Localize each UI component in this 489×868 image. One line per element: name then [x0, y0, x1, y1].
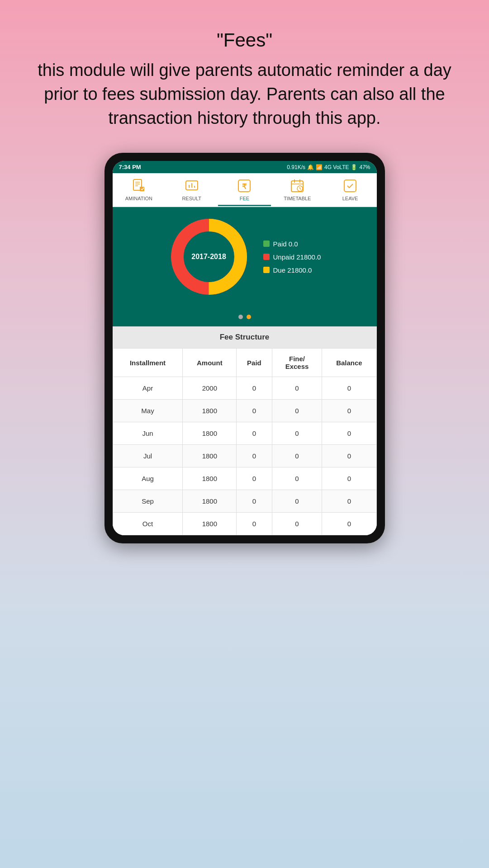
cell-fine-excess: 0 [272, 377, 322, 400]
donut-year-label: 2017-2018 [191, 253, 226, 261]
col-fine-excess: Fine/Excess [272, 349, 322, 377]
battery-icon: 🔋 [351, 164, 357, 170]
cell-amount: 1800 [183, 513, 237, 535]
cell-installment: May [113, 400, 183, 422]
chart-section: 2017-2018 Paid 0.0 Unpaid 21800.0 Due 21… [113, 207, 377, 311]
cell-balance: 0 [322, 445, 376, 467]
tab-fee[interactable]: ₹ FEE [218, 173, 271, 206]
network-type: 4G VoLTE [324, 164, 349, 170]
cell-balance: 0 [322, 377, 376, 400]
tab-result-label: RESULT [182, 196, 201, 201]
due-label: Due 21800.0 [273, 266, 312, 274]
col-amount: Amount [183, 349, 237, 377]
chart-legend: Paid 0.0 Unpaid 21800.0 Due 21800.0 [263, 240, 321, 274]
col-installment: Installment [113, 349, 183, 377]
legend-paid: Paid 0.0 [263, 240, 321, 248]
status-right: 0.91K/s 🔔 📶 4G VoLTE 🔋 47% [287, 164, 370, 170]
cell-fine-excess: 0 [272, 490, 322, 513]
cell-paid: 0 [237, 422, 272, 445]
tab-leave-label: LEAVE [342, 196, 358, 201]
col-paid: Paid [237, 349, 272, 377]
cell-balance: 0 [322, 400, 376, 422]
svg-rect-4 [140, 187, 144, 191]
tab-timetable[interactable]: TIMETABLE [271, 173, 324, 206]
tab-timetable-label: TIMETABLE [284, 196, 311, 201]
table-row: Aug 1800 0 0 0 [113, 467, 376, 490]
leave-icon [342, 178, 358, 194]
cell-fine-excess: 0 [272, 400, 322, 422]
cell-installment: Jun [113, 422, 183, 445]
cell-installment: Oct [113, 513, 183, 535]
examination-icon [131, 178, 147, 194]
cell-installment: Sep [113, 490, 183, 513]
cell-fine-excess: 0 [272, 445, 322, 467]
fees-description: this module will give parents automatic … [36, 58, 453, 131]
phone-screen: 7:34 PM 0.91K/s 🔔 📶 4G VoLTE 🔋 47% [113, 161, 377, 535]
result-icon [184, 178, 200, 194]
table-header-row: Installment Amount Paid Fine/Excess Bala… [113, 349, 376, 377]
tab-fee-label: FEE [240, 196, 249, 201]
header-section: "Fees" this module will give parents aut… [0, 0, 489, 144]
fees-title: "Fees" [36, 27, 453, 54]
cell-amount: 1800 [183, 490, 237, 513]
cell-paid: 0 [237, 377, 272, 400]
cell-fine-excess: 0 [272, 422, 322, 445]
cell-amount: 1800 [183, 467, 237, 490]
cell-installment: Aug [113, 467, 183, 490]
table-row: Jun 1800 0 0 0 [113, 422, 376, 445]
cell-paid: 0 [237, 513, 272, 535]
unpaid-label: Unpaid 21800.0 [273, 253, 321, 261]
cell-paid: 0 [237, 400, 272, 422]
tab-examination-label: AMINATION [125, 196, 152, 201]
cell-amount: 1800 [183, 400, 237, 422]
timetable-icon [289, 178, 305, 194]
table-row: Jul 1800 0 0 0 [113, 445, 376, 467]
cell-balance: 0 [322, 422, 376, 445]
status-bar: 7:34 PM 0.91K/s 🔔 📶 4G VoLTE 🔋 47% [113, 161, 377, 173]
cell-balance: 0 [322, 513, 376, 535]
paid-dot [263, 241, 270, 247]
table-row: Sep 1800 0 0 0 [113, 490, 376, 513]
signal-icon: 🔔 [307, 164, 314, 170]
cell-amount: 1800 [183, 422, 237, 445]
cell-installment: Apr [113, 377, 183, 400]
table-row: May 1800 0 0 0 [113, 400, 376, 422]
cell-paid: 0 [237, 445, 272, 467]
svg-text:₹: ₹ [242, 183, 247, 190]
table-row: Apr 2000 0 0 0 [113, 377, 376, 400]
navigation-tabs: AMINATION RESULT ₹ [113, 173, 377, 207]
cell-amount: 2000 [183, 377, 237, 400]
phone-frame: 7:34 PM 0.91K/s 🔔 📶 4G VoLTE 🔋 47% [104, 153, 385, 543]
paid-label: Paid 0.0 [273, 240, 298, 248]
cell-balance: 0 [322, 467, 376, 490]
tab-result[interactable]: RESULT [165, 173, 218, 206]
cell-installment: Jul [113, 445, 183, 467]
cell-balance: 0 [322, 490, 376, 513]
chart-dots-nav [113, 311, 377, 326]
svg-rect-13 [344, 180, 356, 192]
col-balance: Balance [322, 349, 376, 377]
dot-2[interactable] [247, 315, 251, 319]
fee-icon: ₹ [236, 178, 252, 194]
tab-examination[interactable]: AMINATION [113, 173, 166, 206]
tab-leave[interactable]: LEAVE [324, 173, 377, 206]
unpaid-dot [263, 254, 270, 260]
wifi-icon: 📶 [316, 164, 323, 170]
battery-pct: 47% [359, 164, 370, 170]
cell-fine-excess: 0 [272, 513, 322, 535]
fee-structure-header: Fee Structure [113, 326, 377, 348]
cell-paid: 0 [237, 490, 272, 513]
cell-paid: 0 [237, 467, 272, 490]
fee-table: Installment Amount Paid Fine/Excess Bala… [113, 348, 377, 535]
legend-unpaid: Unpaid 21800.0 [263, 253, 321, 261]
due-dot [263, 267, 270, 273]
legend-due: Due 21800.0 [263, 266, 321, 274]
dot-1[interactable] [238, 315, 243, 319]
cell-amount: 1800 [183, 445, 237, 467]
network-speed: 0.91K/s [287, 164, 305, 170]
table-row: Oct 1800 0 0 0 [113, 513, 376, 535]
cell-fine-excess: 0 [272, 467, 322, 490]
donut-chart: 2017-2018 [168, 216, 250, 297]
status-time: 7:34 PM [119, 164, 141, 170]
